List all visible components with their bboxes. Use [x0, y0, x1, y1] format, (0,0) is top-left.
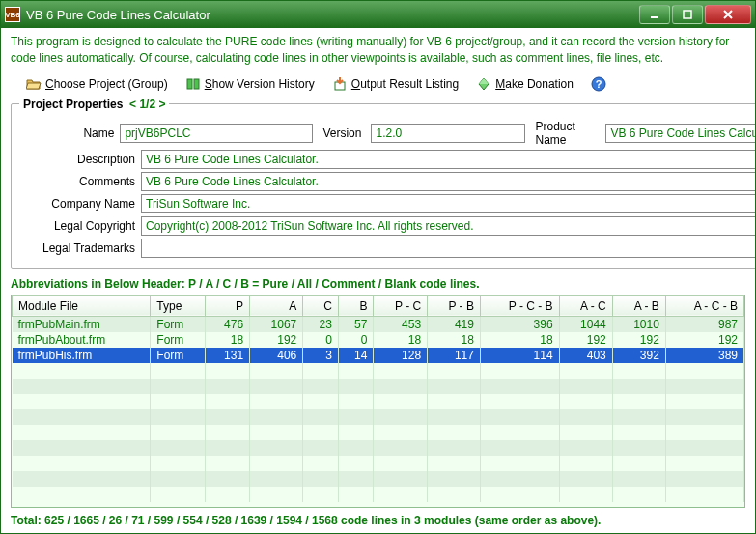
cell: 987 [665, 316, 743, 332]
choose-project-button[interactable]: Choose Project (Group) [26, 76, 168, 92]
col-header[interactable]: P - C - B [480, 295, 559, 316]
titlebar[interactable]: VB6 VB 6 Pure Code Lines Calculator [1, 1, 755, 28]
col-header[interactable]: B [338, 295, 374, 316]
cell: Form [151, 316, 206, 332]
cell: frmPubMain.frm [13, 316, 151, 332]
comments-field[interactable] [141, 172, 755, 191]
cell: frmPubHis.frm [13, 348, 151, 363]
empty-row [13, 440, 744, 456]
project-properties-legend: Project Properties < 1/2 > [19, 98, 169, 111]
version-field[interactable] [371, 124, 525, 143]
cell: 18 [206, 332, 250, 348]
col-header[interactable]: A - B [612, 295, 665, 316]
output-listing-label: Output Result Listing [351, 77, 459, 91]
name-label: Name [19, 126, 114, 140]
close-button[interactable] [705, 5, 751, 24]
window-controls [639, 5, 751, 24]
cell: 453 [374, 316, 428, 332]
output-listing-button[interactable]: Output Result Listing [332, 76, 459, 92]
svg-rect-2 [187, 79, 192, 89]
window-title: VB 6 Pure Code Lines Calculator [26, 8, 639, 22]
col-header[interactable]: P - B [428, 295, 481, 316]
abbreviations-text: Abbreviations in Below Header: P / A / C… [11, 277, 745, 291]
copyright-label: Legal Copyright [19, 219, 135, 233]
empty-row [13, 379, 744, 394]
content-area: This program is designed to calculate th… [1, 28, 755, 533]
col-header[interactable]: A [250, 295, 303, 316]
cell: 389 [665, 348, 743, 363]
cell: 131 [206, 348, 250, 363]
totals-line: Total: 625 / 1665 / 26 / 71 / 599 / 554 … [11, 508, 745, 529]
empty-row [13, 471, 744, 487]
cell: 396 [480, 316, 559, 332]
col-header[interactable]: Module File [13, 295, 151, 316]
name-field[interactable] [120, 124, 313, 143]
cell: frmPubAbout.frm [13, 332, 151, 348]
results-grid[interactable]: Module FileTypePACBP - CP - BP - C - BA … [11, 295, 745, 508]
cell: 18 [428, 332, 481, 348]
history-icon [185, 76, 201, 92]
cell: 57 [338, 316, 374, 332]
svg-text:?: ? [596, 78, 602, 90]
properties-pager[interactable]: < 1/2 > [129, 98, 165, 111]
cell: 192 [250, 332, 303, 348]
version-label: Version [319, 126, 365, 140]
minimize-button[interactable] [639, 5, 670, 24]
svg-rect-1 [684, 11, 691, 18]
cell: Form [151, 348, 206, 363]
cell: Form [151, 332, 206, 348]
table-header-row: Module FileTypePACBP - CP - BP - C - BA … [13, 295, 744, 316]
intro-text: This program is designed to calculate th… [11, 34, 745, 67]
app-icon: VB6 [5, 7, 20, 22]
svg-rect-0 [651, 16, 658, 18]
cell: 18 [480, 332, 559, 348]
cell: 114 [480, 348, 559, 363]
maximize-button[interactable] [672, 5, 703, 24]
cell: 192 [559, 332, 612, 348]
cell: 192 [612, 332, 665, 348]
cell: 23 [303, 316, 339, 332]
col-header[interactable]: P [206, 295, 250, 316]
cell: 1067 [250, 316, 303, 332]
col-header[interactable]: A - C - B [665, 295, 743, 316]
description-label: Description [19, 153, 135, 166]
empty-row [13, 363, 744, 379]
cell: 406 [250, 348, 303, 363]
product-label: Product Name [531, 120, 600, 147]
show-history-button[interactable]: Show Version History [185, 76, 315, 92]
comments-label: Comments [19, 175, 135, 188]
col-header[interactable]: C [303, 295, 339, 316]
trademarks-field[interactable] [141, 239, 755, 258]
company-field[interactable] [141, 194, 755, 213]
export-icon [332, 76, 348, 92]
trademarks-label: Legal Trademarks [19, 241, 135, 255]
cell: 1044 [559, 316, 612, 332]
help-icon: ? [591, 76, 606, 92]
cell: 3 [303, 348, 339, 363]
folder-open-icon [26, 76, 42, 92]
cell: 0 [303, 332, 339, 348]
choose-project-label: Choose Project (Group) [45, 77, 168, 91]
copyright-field[interactable] [141, 216, 755, 236]
col-header[interactable]: A - C [559, 295, 612, 316]
table-row[interactable]: frmPubAbout.frmForm181920018181819219219… [13, 332, 744, 348]
cell: 403 [559, 348, 612, 363]
description-field[interactable] [141, 150, 755, 169]
cell: 128 [374, 348, 428, 363]
empty-row [13, 394, 744, 409]
cell: 1010 [612, 316, 665, 332]
app-window: VB6 VB 6 Pure Code Lines Calculator This… [0, 0, 756, 534]
product-field[interactable] [605, 124, 755, 143]
table-row[interactable]: frmPubHis.frmForm13140631412811711440339… [13, 348, 744, 363]
make-donation-button[interactable]: Make Donation [476, 76, 574, 92]
table-row[interactable]: frmPubMain.frmForm4761067235745341939610… [13, 316, 744, 332]
empty-row [13, 487, 744, 502]
cell: 419 [428, 316, 481, 332]
cell: 117 [428, 348, 481, 363]
results-table: Module FileTypePACBP - CP - BP - C - BA … [12, 295, 744, 502]
col-header[interactable]: Type [151, 295, 206, 316]
col-header[interactable]: P - C [374, 295, 428, 316]
cell: 0 [338, 332, 374, 348]
help-button[interactable]: ? [591, 76, 606, 92]
cell: 18 [374, 332, 428, 348]
